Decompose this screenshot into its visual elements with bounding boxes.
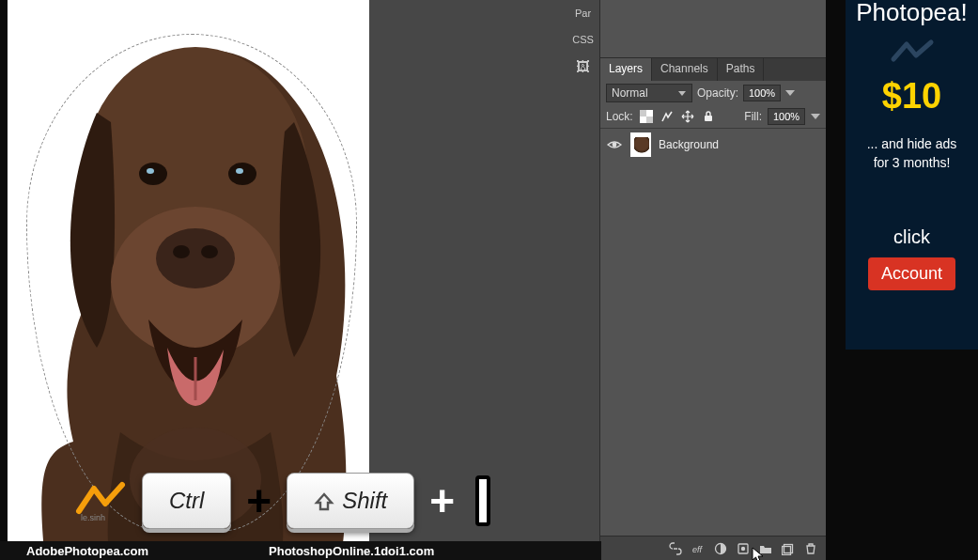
promo-hide-line2: for 3 months!: [846, 154, 978, 173]
svg-point-20: [741, 546, 745, 550]
overlay-logo-icon: le.sinh: [75, 479, 127, 522]
css-panel-button[interactable]: CSS: [567, 26, 599, 53]
image-panel-button[interactable]: 🖼: [567, 53, 599, 79]
svg-point-5: [201, 245, 218, 258]
svg-point-3: [156, 228, 235, 288]
footer-link-b: PhotoshopOnline.1doi1.com: [269, 544, 434, 558]
account-button[interactable]: Account: [868, 257, 955, 290]
blend-opacity-row: Normal Opacity: 100%: [600, 81, 826, 105]
layer-thumbnail[interactable]: [630, 132, 651, 157]
delete-layer-icon[interactable]: [803, 541, 818, 556]
adjustment-layer-icon[interactable]: [736, 541, 751, 556]
promo-logo-icon: [890, 39, 935, 67]
keyboard-shortcut-overlay: le.sinh Ctrl + Shift +: [75, 473, 490, 529]
opacity-dropdown-icon[interactable]: [785, 90, 795, 96]
svg-point-6: [139, 163, 167, 185]
tab-layers[interactable]: Layers: [600, 58, 652, 81]
key-shift-label: Shift: [342, 488, 387, 514]
layer-mask-icon[interactable]: [713, 541, 728, 556]
svg-rect-14: [640, 117, 646, 123]
plus-icon: +: [246, 475, 272, 526]
link-layers-icon[interactable]: [668, 541, 683, 556]
collapsed-panel-dock: Par CSS 🖼: [567, 0, 600, 560]
plus-icon-2: +: [429, 475, 455, 526]
new-layer-icon[interactable]: [781, 541, 796, 556]
svg-rect-21: [784, 544, 793, 552]
overlay-logo-caption: le.sinh: [81, 513, 105, 522]
layer-panel-footer: eff: [600, 536, 826, 560]
key-ctrl: Ctrl: [142, 473, 231, 529]
svg-rect-12: [646, 117, 653, 123]
layers-panel-tabs: Layers Channels Paths: [600, 58, 826, 81]
opacity-label: Opacity:: [697, 86, 738, 100]
tab-channels[interactable]: Channels: [652, 58, 718, 81]
fill-label: Fill:: [744, 110, 762, 123]
layer-row[interactable]: Background: [600, 129, 826, 161]
promo-click-text: click: [846, 226, 978, 248]
promo-title: Photopea!: [846, 0, 978, 27]
lock-fill-row: Lock: Fill: 100%: [600, 105, 826, 129]
key-i-partial: [475, 475, 490, 526]
svg-point-4: [173, 245, 190, 258]
promo-price: $10: [846, 76, 978, 117]
svg-rect-22: [783, 546, 791, 554]
promo-sidebar: Photopea! $10 ... and hide ads for 3 mon…: [846, 0, 978, 350]
svg-rect-11: [640, 110, 646, 117]
svg-point-16: [613, 143, 617, 148]
paragraph-panel-button[interactable]: Par: [567, 0, 599, 26]
svg-text:eff: eff: [692, 545, 704, 554]
blend-mode-select[interactable]: Normal: [606, 84, 692, 102]
right-panels: Layers Channels Paths Normal Opacity: 10…: [600, 0, 826, 560]
mouse-cursor-icon: [752, 547, 765, 560]
properties-panel-area: [600, 0, 826, 58]
fill-dropdown-icon[interactable]: [811, 114, 820, 119]
layer-visibility-icon[interactable]: [606, 136, 623, 153]
lock-all-icon[interactable]: [701, 109, 716, 124]
tab-paths[interactable]: Paths: [718, 58, 765, 81]
layer-effects-icon[interactable]: eff: [691, 541, 706, 556]
lock-pixels-icon[interactable]: [660, 109, 675, 124]
layer-list: Background: [600, 129, 826, 536]
svg-rect-13: [646, 110, 653, 117]
lock-label: Lock:: [606, 110, 633, 123]
shift-arrow-icon: [314, 491, 333, 510]
svg-point-9: [236, 168, 243, 174]
layer-name[interactable]: Background: [659, 138, 719, 151]
watermark-footer: AdobePhotopea.com PhotoshopOnline.1doi1.…: [0, 541, 601, 560]
footer-link-a: AdobePhotopea.com: [26, 544, 148, 558]
key-shift: Shift: [287, 473, 414, 529]
fill-field[interactable]: 100%: [768, 108, 805, 125]
lock-position-icon[interactable]: [680, 109, 695, 124]
promo-hide-text: ... and hide ads for 3 months!: [846, 135, 978, 172]
lock-transparency-icon[interactable]: [639, 109, 654, 124]
opacity-field[interactable]: 100%: [743, 85, 781, 101]
svg-point-8: [228, 163, 256, 185]
svg-point-7: [147, 168, 154, 174]
promo-hide-line1: ... and hide ads: [846, 135, 978, 154]
svg-rect-15: [705, 116, 712, 121]
